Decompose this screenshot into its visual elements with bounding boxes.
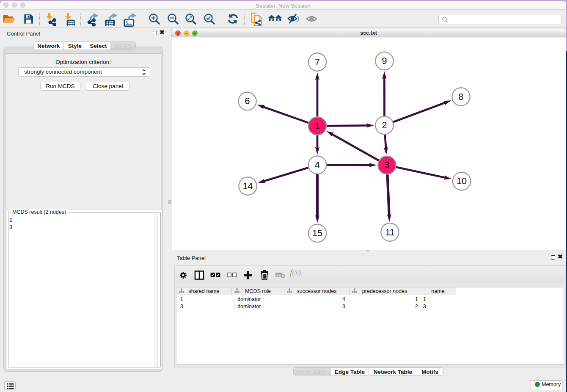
svg-text:4: 4 [315,160,320,170]
svg-text:7: 7 [315,57,320,67]
svg-text:3: 3 [385,160,390,170]
svg-text:10: 10 [457,176,467,186]
svg-text:1: 1 [315,121,320,131]
svg-text:9: 9 [382,56,387,66]
svg-text:8: 8 [459,92,464,102]
svg-text:11: 11 [385,227,394,237]
svg-text:6: 6 [245,96,250,106]
svg-text:14: 14 [243,181,253,191]
svg-text:2: 2 [382,120,387,130]
svg-text:15: 15 [312,228,322,238]
